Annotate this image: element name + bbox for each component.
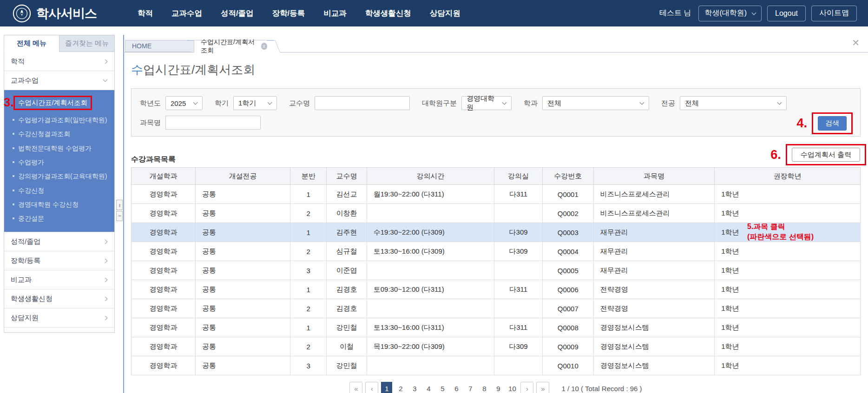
cell-professor: 김주현 — [327, 223, 367, 242]
semester-select[interactable]: 1학기 — [233, 96, 277, 110]
main-menu: 학적교과수업성적/졸업장학/등록비교과학생생활신청상담지원 — [138, 8, 460, 19]
page-number-3[interactable]: 3 — [409, 382, 420, 393]
sidebar-section-item[interactable]: 장학/등록 — [4, 251, 114, 270]
main-menu-item[interactable]: 학적 — [138, 8, 153, 19]
course-row[interactable]: 경영학과공통2김경호Q0007전략경영1학년 — [132, 299, 861, 318]
last-page-button[interactable]: » — [536, 382, 549, 393]
submenu-item[interactable]: 수강신청 — [4, 183, 114, 197]
cell-dept: 경영학과 — [132, 261, 196, 280]
cell-course-name: 재무관리 — [593, 261, 714, 280]
course-row[interactable]: 경영학과공통1김경호토09:30~12:00 (다311)다311Q0006전략… — [132, 280, 861, 299]
sidebar-section-item[interactable]: 교과수업 — [4, 71, 114, 90]
submenu-item[interactable]: 법학전문대학원 수업평가 — [4, 141, 114, 155]
main-menu-item[interactable]: 학생생활신청 — [365, 8, 411, 19]
cell-section: 2 — [290, 337, 327, 356]
major-select[interactable]: 전체 — [680, 96, 787, 110]
search-button[interactable]: 검색 — [818, 116, 847, 131]
main-menu-item[interactable]: 장학/등록 — [272, 8, 305, 19]
search-field: 전공전체 — [661, 96, 787, 110]
tab-home[interactable]: HOME — [125, 40, 194, 52]
professor-input[interactable] — [315, 96, 410, 110]
annotation-step6: 6. — [770, 148, 781, 162]
course-name-input[interactable] — [165, 116, 261, 130]
cell-major: 공통 — [196, 318, 290, 337]
sitemap-button[interactable]: 사이트맵 — [811, 6, 857, 21]
logout-button[interactable]: Logout — [767, 6, 806, 21]
submenu-item[interactable]: 수업평가결과조회(일반대학원) — [4, 113, 114, 127]
submenu-item[interactable]: 강의평가결과조회(교육대학원) — [4, 169, 114, 183]
submenu-item[interactable]: 경영대학원 수강신청 — [4, 197, 114, 211]
sidebar-section-label: 장학/등록 — [11, 256, 40, 265]
chevron-right-icon — [103, 277, 108, 282]
cell-major: 공통 — [196, 242, 290, 261]
col-room: 강의실 — [494, 168, 543, 185]
cell-room — [494, 299, 543, 318]
cell-course-name: 비즈니스프로세스관리 — [593, 204, 714, 223]
annotation-box-3: 수업시간표/계획서조회 — [13, 96, 92, 110]
sidebar-section-item[interactable]: 비교과 — [4, 270, 114, 289]
page-number-10[interactable]: 10 — [506, 382, 518, 393]
cell-room — [494, 204, 543, 223]
submenu-item[interactable]: 수강신청결과조회 — [4, 127, 114, 141]
department-select[interactable]: 전체 — [542, 96, 649, 110]
chevron-down-icon — [777, 100, 782, 105]
course-row[interactable]: 경영학과공통3강민철Q0010경영정보시스템1학년 — [132, 356, 861, 375]
panel-close-icon[interactable]: ✕ — [852, 38, 860, 47]
year-select[interactable]: 2025 — [165, 96, 203, 110]
sidebar-section-label: 상담지원 — [11, 314, 39, 322]
sidebar-section-item[interactable]: 학생생활신청 — [4, 289, 114, 308]
page-number-5[interactable]: 5 — [437, 382, 448, 393]
main-menu-item[interactable]: 비교과 — [323, 8, 347, 19]
cell-course-name: 전략경영 — [593, 280, 714, 299]
print-action: 6. 수업계획서 출력 — [770, 144, 866, 165]
course-row[interactable]: 경영학과공통1강민철토13:30~16:00 (다311)다311Q0008경영… — [132, 318, 861, 337]
submenu-item[interactable]: 수업평가 — [4, 155, 114, 169]
main-menu-item[interactable]: 상담지원 — [430, 8, 460, 19]
print-syllabus-button[interactable]: 수업계획서 출력 — [792, 148, 860, 162]
tab-active-timetable[interactable]: 수업시간표/계획서조회 x — [194, 40, 274, 52]
search-field: 대학원구분경영대학원 — [422, 96, 512, 110]
sidebar-section-label: 비교과 — [11, 275, 32, 284]
submenu-item[interactable]: 3.수업시간표/계획서조회 — [4, 94, 114, 113]
page-number-1[interactable]: 1 — [381, 382, 392, 393]
prev-page-button[interactable]: ‹ — [365, 382, 378, 393]
course-table: 개설학과개설전공분반교수명강의시간강의실수강번호과목명권장학년 경영학과공통1김… — [131, 167, 861, 375]
search-field-label: 대학원구분 — [422, 99, 457, 108]
chevron-down-icon — [640, 100, 644, 105]
tab-favorite-menu[interactable]: 즐겨찾는 메뉴 — [59, 35, 115, 52]
page-number-9[interactable]: 9 — [493, 382, 504, 393]
graduate-division-select[interactable]: 경영대학원 — [461, 96, 512, 110]
main-menu-item[interactable]: 성적/졸업 — [221, 8, 254, 19]
course-row[interactable]: 경영학과공통3이준엽Q0005재무관리1학년 — [132, 261, 861, 280]
cell-room — [494, 356, 543, 375]
first-page-button[interactable]: « — [349, 382, 362, 393]
splitter-handles: ||| ≫ — [116, 200, 123, 222]
splitter-drag-handle-icon[interactable]: ||| — [116, 200, 123, 210]
page-number-6[interactable]: 6 — [451, 382, 462, 393]
course-row[interactable]: 경영학과공통2심규철토13:30~16:00 (다309)다309Q0004재무… — [132, 242, 861, 261]
course-row[interactable]: 경영학과공통1김선교월19:30~22:00 (다311)다311Q0001비즈… — [132, 185, 861, 204]
sidebar-section-item[interactable]: 상담지원 — [4, 308, 114, 328]
cell-section: 2 — [290, 242, 327, 261]
submenu-item[interactable]: 중간설문 — [4, 211, 114, 225]
page-number-8[interactable]: 8 — [479, 382, 490, 393]
course-row[interactable]: 경영학과공통2이창환Q0002비즈니스프로세스관리1학년 — [132, 204, 861, 223]
page-number-2[interactable]: 2 — [395, 382, 406, 393]
cell-time: 월19:30~22:00 (다311) — [367, 185, 494, 204]
next-page-button[interactable]: › — [520, 382, 533, 393]
brand[interactable]: 학사서비스 — [12, 4, 97, 23]
tab-close-icon[interactable]: x — [261, 43, 268, 50]
page-number-7[interactable]: 7 — [465, 382, 476, 393]
course-row[interactable]: 경영학과공통2이철목19:30~22:00 (다309)다309Q0009경영정… — [132, 337, 861, 356]
splitter-collapse-icon[interactable]: ≫ — [116, 211, 123, 221]
main-menu-item[interactable]: 교과수업 — [171, 8, 202, 19]
cell-time — [367, 204, 494, 223]
cell-course-name: 재무관리 — [593, 242, 714, 261]
tab-all-menu[interactable]: 전체 메뉴 — [4, 35, 59, 52]
cell-course-no: Q0003 — [542, 223, 593, 242]
sidebar-section-item[interactable]: 학적 — [4, 52, 114, 71]
page-number-4[interactable]: 4 — [423, 382, 434, 393]
role-select[interactable]: 학생(대학원) — [698, 6, 762, 21]
sidebar-section-item[interactable]: 성적/졸업 — [4, 232, 114, 251]
sidebar-section-label: 학적 — [11, 57, 25, 66]
